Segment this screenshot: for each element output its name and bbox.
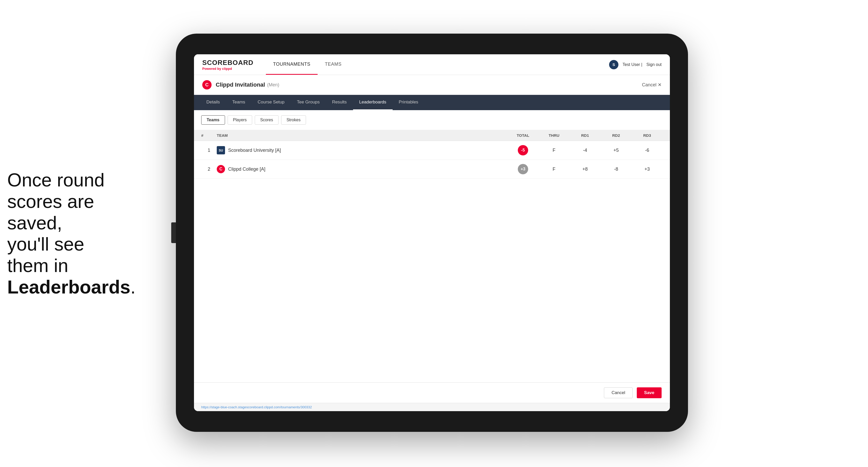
content-spacer — [194, 179, 670, 382]
col-header-num: # — [201, 133, 217, 137]
filter-strokes-button[interactable]: Strokes — [281, 115, 306, 125]
table-body: 1 SU Scoreboard University [A] -5 F -4 +… — [194, 141, 670, 179]
user-avatar: S — [609, 60, 618, 69]
table-header: # TEAM TOTAL THRU RD1 RD2 RD3 — [194, 130, 670, 141]
tournament-gender: (Men) — [267, 82, 279, 88]
url-bar: https://stage-blue-coach.stagescoreboard… — [194, 403, 670, 411]
row-2-team-cell: C Clippd College [A] — [217, 165, 507, 173]
row-2-rd1: +8 — [569, 166, 600, 172]
tournament-header: C Clippd Invitational (Men) Cancel ✕ — [194, 75, 670, 95]
row-2-team-logo: C — [217, 165, 225, 173]
table-row: 1 SU Scoreboard University [A] -5 F -4 +… — [194, 141, 670, 160]
logo-powered: Powered by clippd — [202, 67, 253, 71]
left-text-line2: scores are — [7, 191, 94, 212]
col-header-team: TEAM — [217, 133, 507, 137]
row-2-rd3: +3 — [631, 166, 663, 172]
tab-printables[interactable]: Printables — [393, 95, 425, 110]
col-header-total: TOTAL — [507, 133, 538, 137]
tab-details[interactable]: Details — [200, 95, 226, 110]
row-2-team-name: Clippd College [A] — [228, 166, 266, 172]
row-1-rd3: -6 — [631, 148, 663, 153]
filter-scores-button[interactable]: Scores — [255, 115, 279, 125]
filter-bar: Teams Players Scores Strokes — [194, 110, 670, 130]
row-1-team-name: Scoreboard University [A] — [228, 148, 281, 153]
nav-links: TOURNAMENTS TEAMS — [266, 54, 349, 75]
row-2-rd2: -8 — [600, 166, 631, 172]
filter-teams-button[interactable]: Teams — [201, 115, 225, 125]
tab-leaderboards[interactable]: Leaderboards — [353, 95, 393, 110]
nav-teams[interactable]: TEAMS — [318, 54, 349, 75]
col-header-thru: THRU — [538, 133, 569, 137]
row-1-total-badge: -5 — [518, 145, 528, 155]
col-header-rd1: RD1 — [569, 133, 600, 137]
row-2-thru: F — [538, 166, 569, 172]
nav-tournaments[interactable]: TOURNAMENTS — [266, 54, 318, 75]
left-text-line3: saved, you'll see — [7, 212, 84, 254]
row-1-thru: F — [538, 148, 569, 153]
row-1-team-cell: SU Scoreboard University [A] — [217, 146, 507, 154]
top-nav: SCOREBOARD Powered by clippd TOURNAMENTS… — [194, 54, 670, 75]
content-area: Teams Players Scores Strokes # TEAM TOTA… — [194, 110, 670, 411]
left-text-leaderboards: Leaderboards — [7, 277, 130, 298]
col-header-rd2: RD2 — [600, 133, 631, 137]
left-text-line1: Once round — [7, 169, 104, 190]
tab-teams[interactable]: Teams — [226, 95, 251, 110]
row-1-rd2: +5 — [600, 148, 631, 153]
tab-bar: Details Teams Course Setup Tee Groups Re… — [194, 95, 670, 110]
logo-title: SCOREBOARD — [202, 59, 253, 67]
left-text-period: . — [130, 277, 135, 298]
tablet-volume-button — [171, 222, 176, 243]
col-header-rd3: RD3 — [631, 133, 663, 137]
powered-by-text: Powered by — [202, 67, 221, 71]
row-1-num: 1 — [201, 148, 217, 153]
filter-players-button[interactable]: Players — [227, 115, 252, 125]
save-button[interactable]: Save — [637, 387, 661, 398]
row-1-team-logo: SU — [217, 146, 225, 154]
cancel-x-button[interactable]: Cancel ✕ — [642, 82, 661, 88]
row-2-total: +3 — [507, 164, 538, 174]
left-text-block: Once round scores are saved, you'll see … — [7, 169, 105, 298]
tablet-frame: SCOREBOARD Powered by clippd TOURNAMENTS… — [176, 34, 688, 432]
tournament-name: Clippd Invitational — [216, 82, 265, 88]
table-row: 2 C Clippd College [A] +3 F +8 -8 +3 — [194, 160, 670, 179]
row-2-num: 2 — [201, 166, 217, 172]
logo-area: SCOREBOARD Powered by clippd — [202, 59, 253, 71]
bottom-bar: Cancel Save — [194, 382, 670, 403]
nav-right: S Test User | Sign out — [609, 60, 661, 69]
sign-out-button[interactable]: Sign out — [646, 62, 661, 67]
nav-user-name: Test User | — [623, 62, 642, 67]
svg-text:SU: SU — [219, 149, 223, 152]
row-1-rd1: -4 — [569, 148, 600, 153]
brand-name: clippd — [222, 67, 232, 71]
cancel-button[interactable]: Cancel — [604, 387, 633, 398]
tournament-icon: C — [202, 80, 212, 90]
tab-tee-groups[interactable]: Tee Groups — [291, 95, 326, 110]
left-text-line4: them in — [7, 255, 68, 276]
tablet-screen: SCOREBOARD Powered by clippd TOURNAMENTS… — [194, 54, 670, 411]
row-2-total-badge: +3 — [518, 164, 528, 174]
tab-results[interactable]: Results — [326, 95, 353, 110]
tab-course-setup[interactable]: Course Setup — [251, 95, 291, 110]
row-1-total: -5 — [507, 145, 538, 155]
